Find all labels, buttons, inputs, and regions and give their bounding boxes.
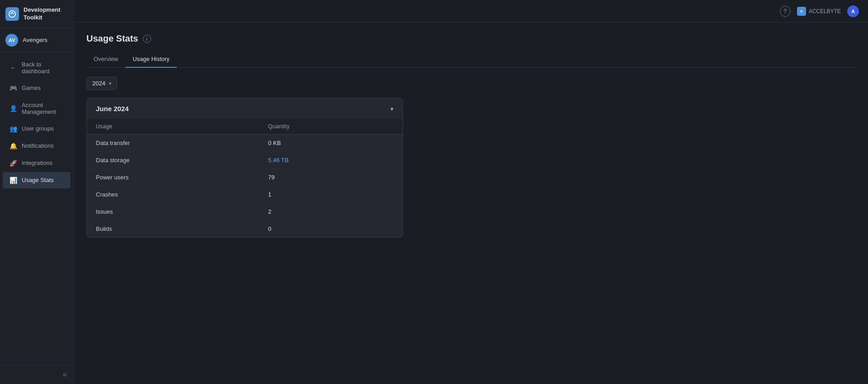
sidebar-collapse-button[interactable]: « — [0, 365, 73, 384]
page-title: Usage Stats — [86, 33, 138, 44]
sidebar-item-account-label: Account Management — [22, 102, 64, 115]
usage-table: Usage Quantity Data transfer0 KBData sto… — [87, 119, 403, 237]
help-button[interactable]: ? — [780, 6, 791, 17]
table-row: Builds0 — [87, 220, 403, 238]
usage-cell: Builds — [87, 220, 250, 238]
brand-name: ACCELBYTE — [809, 8, 841, 14]
brand-logo: A — [797, 7, 806, 16]
month-header[interactable]: June 2024 ▾ — [87, 98, 403, 119]
quantity-cell: 1 — [250, 186, 403, 203]
usage-cell: Data transfer — [87, 135, 250, 152]
usage-cell: Power users — [87, 169, 250, 186]
avatar: AV — [5, 34, 18, 47]
tab-usage-history[interactable]: Usage History — [125, 51, 177, 68]
topbar-user-badge[interactable]: A — [847, 5, 859, 17]
sidebar-nav: ← Back to dashboard 🎮 Games 👤 Account Ma… — [0, 52, 73, 365]
quantity-cell: 0 — [250, 220, 403, 238]
games-icon: 🎮 — [9, 84, 17, 92]
sidebar-item-user-groups-label: User groups — [22, 125, 54, 132]
col-header-usage: Usage — [87, 119, 250, 135]
sidebar-item-user-groups[interactable]: 👥 User groups — [3, 121, 71, 137]
year-dropdown[interactable]: 2024 ▾ — [86, 77, 117, 90]
info-icon[interactable]: i — [143, 35, 151, 43]
usage-cell: Crashes — [87, 186, 250, 203]
sidebar-user: AV Avengers — [0, 28, 73, 52]
main-content: ? A ACCELBYTE A Usage Stats i Overview U… — [74, 0, 868, 384]
logo-icon — [5, 7, 19, 21]
quantity-cell: 2 — [250, 203, 403, 220]
account-icon: 👤 — [9, 105, 17, 112]
tabs-container: Overview Usage History — [86, 51, 855, 68]
table-row: Power users79 — [87, 169, 403, 186]
collapse-icon: « — [63, 370, 67, 379]
table-row: Issues2 — [87, 203, 403, 220]
sidebar-item-integrations[interactable]: 🚀 Integrations — [3, 155, 71, 171]
sidebar-item-usage-stats[interactable]: 📊 Usage Stats — [3, 172, 71, 188]
table-row: Data storage5.46 TB — [87, 152, 403, 169]
sidebar-item-games-label: Games — [22, 84, 41, 91]
month-title: June 2024 — [96, 105, 129, 112]
sidebar-logo: DevelopmentToolkit — [0, 0, 73, 28]
year-value: 2024 — [92, 80, 105, 87]
sidebar-item-notifications-label: Notifications — [22, 142, 54, 149]
quantity-cell: 0 KB — [250, 135, 403, 152]
user-name: Avengers — [23, 37, 47, 43]
brand-area: A ACCELBYTE — [797, 7, 841, 16]
logo-text: DevelopmentToolkit — [24, 6, 61, 22]
back-icon: ← — [9, 64, 17, 71]
sidebar: DevelopmentToolkit AV Avengers ← Back to… — [0, 0, 74, 384]
usage-cell: Issues — [87, 203, 250, 220]
month-card: June 2024 ▾ Usage Quantity Data transfer… — [86, 98, 403, 238]
tab-overview[interactable]: Overview — [86, 51, 125, 68]
sidebar-item-integrations-label: Integrations — [22, 159, 52, 166]
usage-cell: Data storage — [87, 152, 250, 169]
svg-point-0 — [9, 11, 15, 17]
integrations-icon: 🚀 — [9, 159, 17, 167]
page-header: Usage Stats i — [86, 33, 855, 44]
sidebar-item-back[interactable]: ← Back to dashboard — [3, 56, 71, 79]
table-row: Data transfer0 KB — [87, 135, 403, 152]
chevron-down-icon: ▾ — [109, 81, 111, 86]
user-groups-icon: 👥 — [9, 125, 17, 132]
content-area: Usage Stats i Overview Usage History 202… — [74, 23, 868, 384]
quantity-cell: 5.46 TB — [250, 152, 403, 169]
sidebar-item-notifications[interactable]: 🔔 Notifications — [3, 138, 71, 154]
sidebar-item-games[interactable]: 🎮 Games — [3, 80, 71, 96]
usage-stats-icon: 📊 — [9, 177, 17, 184]
sidebar-item-account-management[interactable]: 👤 Account Management — [3, 97, 71, 120]
topbar: ? A ACCELBYTE A — [74, 0, 868, 23]
sidebar-item-usage-stats-label: Usage Stats — [22, 177, 54, 183]
sidebar-item-back-label: Back to dashboard — [22, 61, 64, 75]
notifications-icon: 🔔 — [9, 142, 17, 150]
col-header-quantity: Quantity — [250, 119, 403, 135]
month-chevron-icon: ▾ — [390, 105, 394, 112]
table-row: Crashes1 — [87, 186, 403, 203]
quantity-cell: 79 — [250, 169, 403, 186]
